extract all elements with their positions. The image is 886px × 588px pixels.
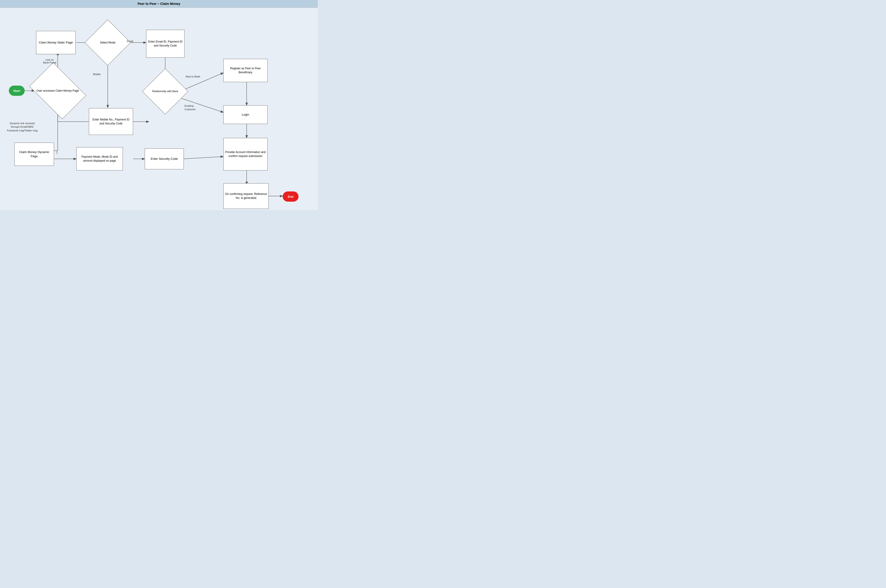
claim-money-static-node: Claim Money Static Page (36, 31, 76, 54)
user-accesses-node: User accesses Claim Money Page (35, 74, 81, 108)
select-mode-node: Select Mode (92, 26, 124, 59)
register-node: Register as Peer to Peer Beneficiary (223, 59, 267, 82)
existing-customer-label: Existing Customer (185, 104, 196, 111)
header-title: Peer to Peer – Claim Money (138, 2, 180, 6)
link-bank-portal-label: Link on Bank Portal (43, 58, 56, 64)
diagram-canvas: Start Claim Money Static Page Select Mod… (0, 8, 318, 210)
enter-email-node: Enter Email ID, Payment ID and Security … (146, 30, 185, 58)
claim-money-dynamic-node: Claim Money Dynamic Page (14, 142, 54, 166)
payment-mode-node: Payment Mode, Mode ID and amount display… (76, 147, 123, 171)
provide-account-node: Provide Account Information and confirm … (223, 138, 267, 171)
dynamic-link-label: Dynamic link received through Email/SMS/… (7, 122, 38, 132)
user-accesses-label: User accesses Claim Money Page (35, 88, 80, 94)
start-node: Start (9, 86, 25, 96)
email-label: Email (127, 40, 133, 43)
on-confirming-node: On confirming request, Reference No. is … (223, 183, 269, 209)
page-header: Peer to Peer – Claim Money (0, 0, 318, 8)
end-node: End (283, 191, 299, 202)
new-to-bank-label: New to Bank (186, 75, 200, 78)
svg-line-20 (184, 156, 223, 159)
enter-mobile-node: Enter Mobile No., Payment ID and Securit… (89, 108, 133, 135)
select-mode-label: Select Mode (99, 39, 117, 46)
enter-security-node: Enter Security Code (145, 148, 184, 170)
mobile-label: Mobile (93, 73, 101, 76)
relationship-label: Relationship with Bank (151, 88, 179, 94)
login-node: Login (223, 105, 267, 124)
relationship-node: Relationship with Bank (149, 75, 182, 108)
